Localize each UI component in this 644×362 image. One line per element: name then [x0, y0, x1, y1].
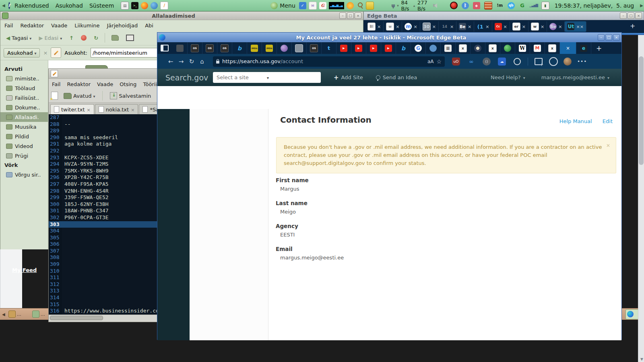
browser-tab[interactable]: W: [515, 42, 530, 54]
tab-close-icon[interactable]: [432, 24, 436, 29]
menu-item[interactable]: Järjehoidjad: [107, 23, 138, 29]
signal-icon[interactable]: ▁▃▅▇: [530, 2, 537, 9]
avatar[interactable]: [564, 58, 572, 66]
editor-tab[interactable]: twiter.txt: [50, 104, 94, 114]
terminal-icon[interactable]: >_: [131, 2, 138, 9]
home-button[interactable]: [109, 34, 121, 42]
add-site-button[interactable]: Add Site: [334, 74, 363, 81]
scrollbar-track[interactable]: [638, 0, 644, 362]
edge-titlebar[interactable]: My Account ja veel 27 lehte - Isiklik - …: [157, 33, 621, 42]
browser-tab[interactable]: e: [576, 42, 591, 54]
browser-tab[interactable]: ▶: [351, 42, 366, 54]
url-text[interactable]: https://search.usa.gov/account: [222, 58, 425, 64]
browser-tab[interactable]: ▶: [366, 42, 381, 54]
menu-item[interactable]: Otsing: [120, 81, 136, 87]
chevron-down-icon[interactable]: [93, 93, 95, 99]
browser-tab[interactable]: OS: [217, 42, 232, 54]
cloud-extension-icon[interactable]: ☁: [498, 58, 506, 66]
favorites-star-icon[interactable]: [436, 58, 442, 65]
browser-tab[interactable]: IMDb: [262, 42, 277, 54]
open-button[interactable]: Avatud: [61, 92, 97, 100]
back-button[interactable]: Tagasi: [4, 34, 34, 42]
browser-tab[interactable]: x: [456, 42, 471, 54]
stop-button[interactable]: [78, 34, 89, 42]
browser-tab[interactable]: x: [485, 42, 500, 54]
up-button[interactable]: [67, 34, 76, 42]
clear-location-icon[interactable]: [43, 50, 47, 56]
menu-item[interactable]: Redaktor: [20, 23, 44, 29]
firewall-icon[interactable]: [484, 2, 492, 10]
menu-item[interactable]: Fail: [4, 23, 13, 29]
panel-menu[interactable]: Asukohad: [52, 2, 86, 9]
browser-tab[interactable]: IMDb: [247, 42, 262, 54]
file-manager-titlebar[interactable]: Allalaadimised – □ ×: [0, 12, 363, 20]
histogram-monitor-icon[interactable]: ▂▅▃▆▂▄: [329, 2, 344, 9]
site-select-dropdown[interactable]: Select a site: [213, 72, 321, 83]
panel-clock[interactable]: 19:58:37, neljapäev, 5. aug: [551, 2, 638, 9]
tab-close-icon[interactable]: [485, 24, 489, 29]
background-window-titlebar[interactable]: Edge Beta – □ ×: [363, 11, 644, 20]
translate-icon[interactable]: aA: [427, 59, 434, 64]
text-editor-icon[interactable]: /: [160, 2, 168, 10]
places-dropdown-button[interactable]: Asukohad: [4, 48, 40, 58]
notification-icon[interactable]: [347, 2, 354, 9]
package-icon[interactable]: ◆: [473, 2, 480, 9]
maximize-button[interactable]: □: [627, 12, 634, 19]
send-icon[interactable]: [366, 2, 374, 10]
maximize-button[interactable]: □: [605, 34, 612, 41]
collections-icon[interactable]: [535, 58, 543, 65]
browser-tab[interactable]: 30: [420, 21, 439, 32]
ublock-extension-icon[interactable]: uO: [452, 58, 460, 66]
close-button[interactable]: ×: [635, 12, 642, 19]
need-help-menu[interactable]: Need Help?: [491, 74, 525, 80]
close-button[interactable]: ×: [613, 34, 620, 41]
tab-close-icon[interactable]: [558, 24, 562, 29]
my-feed-link[interactable]: My Feed: [12, 267, 37, 273]
back-dropdown-icon[interactable]: [29, 35, 31, 41]
link-extension-icon[interactable]: ∞: [467, 58, 475, 66]
menu-item[interactable]: Fail: [52, 81, 60, 87]
menu-launcher-icon[interactable]: [270, 2, 278, 9]
scrollbar-thumb[interactable]: [639, 56, 644, 165]
gpu-icon[interactable]: G: [519, 2, 526, 9]
forward-icon[interactable]: →: [176, 58, 186, 65]
edit-location-toggle[interactable]: [51, 47, 61, 58]
browser-tab[interactable]: Ut ×: [565, 21, 586, 32]
minimize-button[interactable]: –: [598, 34, 605, 41]
tab-close-icon[interactable]: [468, 24, 471, 29]
searchgov-brand[interactable]: Search.gov: [157, 73, 213, 82]
tasks-icon[interactable]: ✓: [299, 2, 306, 9]
panel-menu[interactable]: Süsteem: [86, 2, 117, 9]
editor-tab[interactable]: nokia.txt: [95, 104, 138, 114]
account-menu[interactable]: margus.meigo@eesti.ee: [541, 74, 609, 80]
menu-item[interactable]: Vaade: [51, 23, 67, 29]
menu-item[interactable]: Vaade: [97, 81, 113, 87]
browser-tab[interactable]: b: [396, 42, 411, 54]
reload-icon[interactable]: ↻: [186, 58, 197, 65]
bluetooth-icon[interactable]: ᛒ: [462, 2, 469, 9]
browser-tab[interactable]: [471, 42, 485, 54]
tab-list-icon[interactable]: [161, 45, 169, 51]
forward-button[interactable]: Edasi: [36, 34, 64, 42]
browser-tab[interactable]: Be: [456, 21, 474, 32]
browser-tab[interactable]: OS: [307, 42, 322, 54]
browser-tab[interactable]: M: [530, 42, 545, 54]
browser-tab[interactable]: (1: [474, 21, 492, 32]
tab-close-icon[interactable]: ×: [576, 24, 583, 29]
browser-tab[interactable]: b: [232, 42, 247, 54]
new-document-icon[interactable]: [51, 92, 58, 100]
qbittorrent-icon[interactable]: qb: [508, 2, 515, 9]
mail-clock-icon[interactable]: ✉: [309, 2, 317, 10]
maximize-button[interactable]: □: [347, 12, 354, 19]
help-manual-link[interactable]: Help Manual: [559, 118, 592, 124]
address-bar[interactable]: https://search.usa.gov/account aA: [213, 56, 445, 67]
edit-link[interactable]: Edit: [603, 118, 613, 124]
background-edge-window[interactable]: Edge Beta – □ × Bl w m: [363, 11, 644, 35]
minimize-button[interactable]: –: [620, 12, 627, 19]
extension-icon[interactable]: (): [483, 58, 491, 66]
tab-close-icon[interactable]: [450, 24, 454, 29]
browser-tab[interactable]: x: [545, 42, 560, 54]
tab-close-icon[interactable]: [377, 24, 381, 29]
browser-tab[interactable]: t: [322, 42, 336, 54]
im-icon[interactable]: !m: [496, 2, 504, 9]
